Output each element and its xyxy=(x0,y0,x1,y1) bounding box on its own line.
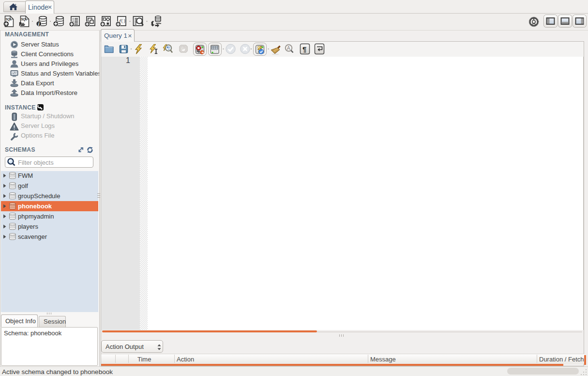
svg-text:( ): ( ) xyxy=(121,18,125,23)
svg-text:SQL: SQL xyxy=(6,17,12,21)
svg-text:SQL: SQL xyxy=(21,17,28,21)
svg-text:A: A xyxy=(287,45,290,51)
svg-text:¶: ¶ xyxy=(302,45,306,53)
